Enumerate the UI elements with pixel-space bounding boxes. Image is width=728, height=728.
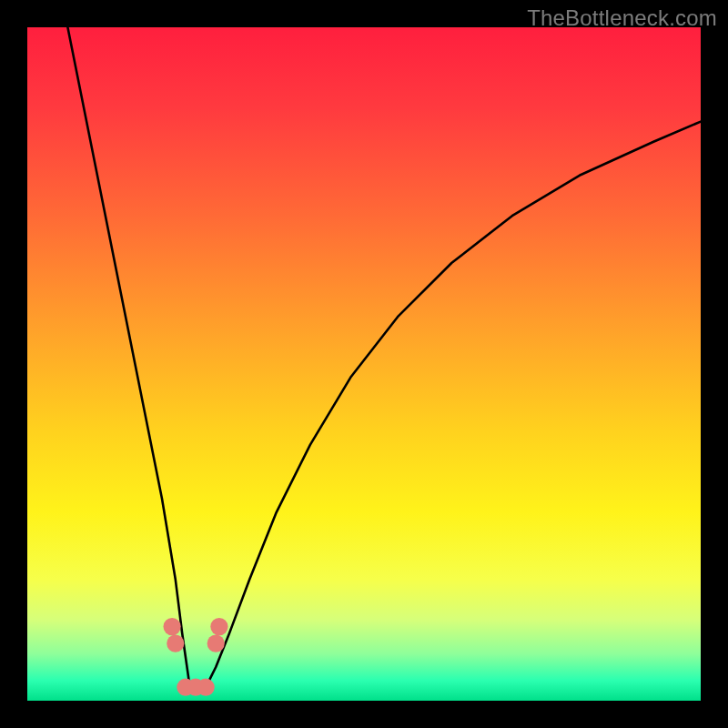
chart-frame: TheBottleneck.com xyxy=(0,0,728,728)
marker-flat-right xyxy=(197,679,214,696)
marker-right-upper xyxy=(210,618,228,635)
marker-left-upper xyxy=(163,618,180,635)
marker-left-lower xyxy=(167,634,184,652)
curve-layer xyxy=(27,27,701,701)
watermark-text: TheBottleneck.com xyxy=(527,5,717,31)
marker-right-lower xyxy=(207,634,225,652)
markers-group xyxy=(163,618,228,696)
plot-area xyxy=(27,27,701,701)
bottleneck-curve xyxy=(67,27,701,687)
